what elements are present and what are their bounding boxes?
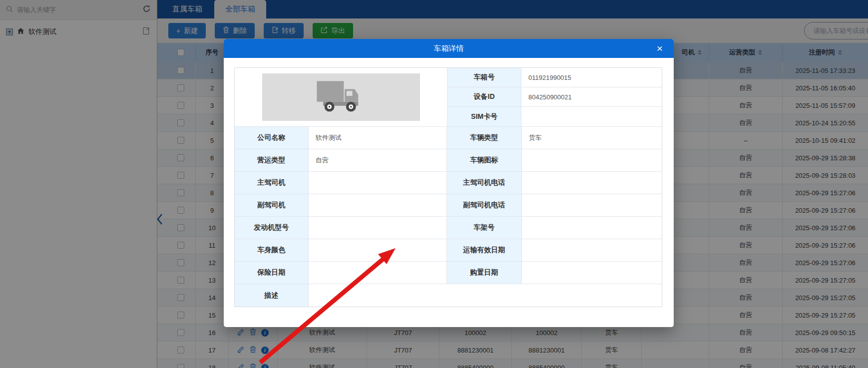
vehicle-detail-modal: 车箱详情 × — [224, 39, 674, 327]
field-value — [309, 217, 447, 239]
detail-table: 车箱号011921990015设备ID804250900021SIM卡号 公司名… — [234, 67, 662, 307]
field-value — [522, 217, 662, 239]
detail-top-row: 车箱号011921990015 — [447, 68, 662, 87]
field-label: 副驾司机电话 — [447, 194, 522, 216]
field-label: 公司名称 — [235, 127, 309, 149]
field-value: 自营 — [309, 149, 447, 171]
field-label: 主驾司机 — [235, 172, 309, 194]
field-value — [309, 262, 447, 284]
detail-top-row: 设备ID804250900021 — [447, 87, 662, 107]
detail-row: 车身颜色运输有效日期 — [235, 239, 662, 262]
field-label: SIM卡号 — [447, 107, 521, 126]
field-label: 车箱号 — [447, 68, 521, 87]
vehicle-photo-cell — [235, 68, 447, 126]
field-value: 软件测试 — [309, 127, 447, 149]
field-value: 011921990015 — [521, 68, 662, 87]
field-value — [522, 262, 662, 284]
field-label: 副驾司机 — [235, 194, 309, 216]
close-icon[interactable]: × — [657, 43, 663, 53]
field-label: 购置日期 — [447, 262, 522, 284]
field-label: 主驾司机电话 — [447, 172, 522, 194]
field-value — [309, 172, 447, 194]
modal-title: 车箱详情 — [434, 44, 464, 53]
vehicle-photo-placeholder — [262, 73, 420, 121]
detail-row: 主驾司机主驾司机电话 — [235, 172, 662, 194]
modal-header: 车箱详情 × — [224, 39, 674, 58]
detail-row-description: 描述 — [235, 284, 662, 307]
field-value — [522, 172, 662, 194]
field-label: 运输有效日期 — [447, 239, 522, 261]
field-label: 发动机型号 — [235, 217, 309, 239]
field-label: 保险日期 — [235, 262, 309, 284]
field-value — [309, 194, 447, 216]
field-label: 描述 — [235, 284, 309, 307]
modal-body: 车箱号011921990015设备ID804250900021SIM卡号 公司名… — [224, 58, 674, 307]
detail-row: 营运类型自营车辆图标 — [235, 149, 662, 172]
detail-top-row: SIM卡号 — [447, 107, 662, 126]
truck-icon — [313, 78, 369, 116]
field-value — [522, 239, 662, 261]
field-label: 车身颜色 — [235, 239, 309, 261]
field-value — [521, 107, 662, 126]
field-value: 货车 — [522, 127, 662, 149]
app-window: 请输入关键字 + 软件测试 直属车箱 全部车箱 — [0, 0, 868, 368]
field-label: 车架号 — [447, 217, 522, 239]
field-value — [309, 239, 447, 261]
field-label: 车辆图标 — [447, 149, 522, 171]
field-value — [522, 194, 662, 216]
field-label: 车辆类型 — [447, 127, 522, 149]
detail-row: 公司名称软件测试车辆类型货车 — [235, 127, 662, 149]
detail-row: 发动机型号车架号 — [235, 217, 662, 239]
field-label: 营运类型 — [235, 149, 309, 171]
field-value — [522, 149, 662, 171]
field-value — [309, 284, 662, 307]
detail-row: 保险日期购置日期 — [235, 262, 662, 284]
field-value: 804250900021 — [521, 87, 662, 106]
field-label: 设备ID — [447, 87, 521, 106]
detail-row: 副驾司机副驾司机电话 — [235, 194, 662, 217]
